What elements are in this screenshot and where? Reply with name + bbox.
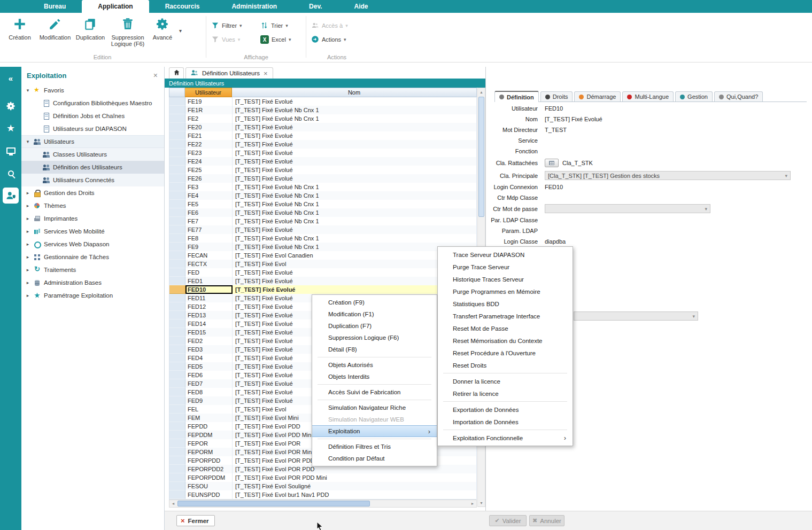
table-row[interactable]: FE23[T_TEST] Fixé Evolué	[169, 149, 477, 157]
table-row[interactable]: FE25[T_TEST] Fixé Evolué	[169, 166, 477, 174]
table-row[interactable]: FE20[T_TEST] Fixé Evolué	[169, 123, 477, 131]
menu-item[interactable]: Objets Autorisés	[312, 359, 437, 371]
table-row[interactable]: FE2[T_TEST] Fixé Evolué Nb Cnx 1	[169, 114, 477, 123]
menu-item[interactable]: Reset Procédure à l'Ouverture	[438, 347, 573, 359]
row-selector-cell[interactable]	[169, 379, 185, 388]
tree-expander-icon[interactable]: ▸	[25, 280, 31, 285]
row-selector-cell[interactable]	[169, 414, 185, 422]
menu-item[interactable]: Reset Droits	[438, 359, 573, 371]
search-icon[interactable]	[3, 165, 19, 181]
table-row[interactable]: FED[T_TEST] Fixé Evolué	[169, 268, 477, 277]
menu-item[interactable]: Exploitation Fonctionnelle›	[438, 432, 573, 444]
tree-expander-icon[interactable]: ▸	[25, 254, 31, 260]
tree-item[interactable]: ▸Services Web Diapason	[21, 238, 164, 251]
table-row[interactable]: FE7[T_TEST] Fixé Evolué Nb Cnx 1	[169, 217, 477, 225]
table-row[interactable]: FE21[T_TEST] Fixé Evolué	[169, 131, 477, 140]
class-picker-button[interactable]	[545, 159, 559, 167]
tree-item[interactable]: ▸Gestion des Droits	[21, 186, 164, 199]
scroll-up-icon[interactable]: ▲	[478, 88, 485, 96]
row-selector-cell[interactable]	[169, 431, 185, 439]
duplication-button[interactable]: Duplication	[73, 14, 108, 41]
menu-item[interactable]: Purge Trace Serveur	[438, 261, 573, 273]
table-row[interactable]: FE6[T_TEST] Fixé Evolué Nb Cnx 1	[169, 208, 477, 217]
column-header-selector[interactable]	[169, 88, 185, 97]
row-selector-cell[interactable]	[169, 140, 185, 149]
row-selector-cell[interactable]	[169, 482, 185, 490]
menu-item[interactable]: Création (F9)	[312, 297, 437, 308]
row-selector-cell[interactable]	[169, 157, 185, 166]
field-dropdown[interactable]: [Cla_T_STK] [T_TEST] Gestion des stocks▾	[545, 171, 791, 180]
actions-caret-icon[interactable]: ▾	[344, 37, 346, 42]
row-selector-cell[interactable]	[169, 311, 185, 319]
menu-item[interactable]: Duplication (F7)	[312, 320, 437, 332]
row-selector-cell[interactable]	[169, 277, 185, 285]
collapse-panel-icon[interactable]: «	[3, 70, 19, 86]
tree-item[interactable]: ▸Services Web Mobilité	[21, 225, 164, 238]
tree-item[interactable]: Classes Utilisateurs	[21, 148, 164, 161]
menu-tab[interactable]: Aide	[338, 0, 384, 13]
row-selector-cell[interactable]	[169, 260, 185, 268]
tree-item[interactable]: ▸Thèmes	[21, 199, 164, 212]
column-header-nom[interactable]: Nom	[232, 88, 477, 97]
menu-item[interactable]: Retirer la licence	[438, 387, 573, 400]
table-row[interactable]: FESOU[T_TEST] Fixé Evol Souligné	[169, 482, 477, 490]
detail-tab[interactable]: Droits	[540, 91, 573, 102]
table-row[interactable]: FEPORPDDM[T_TEST] Fixé Evol POR PDD Mini	[169, 473, 477, 482]
tree-item[interactable]: Utilisateurs Connectés	[21, 174, 164, 186]
table-row[interactable]: FE3[T_TEST] Fixé Evolué Nb Cnx 1	[169, 183, 477, 191]
trier-caret-icon[interactable]: ▾	[285, 23, 288, 28]
row-selector-cell[interactable]	[169, 473, 185, 482]
table-row[interactable]: FED10[T_TEST] Fixé Evolué	[169, 285, 477, 294]
row-selector-cell[interactable]	[169, 465, 185, 473]
tree-expander-icon[interactable]: ▾	[25, 88, 31, 93]
row-selector-cell[interactable]	[169, 388, 185, 396]
row-selector-cell[interactable]	[169, 456, 185, 465]
menu-item[interactable]: Exportation de Données	[438, 403, 573, 416]
menu-tab[interactable]: Dev.	[293, 0, 338, 13]
table-row[interactable]: FE5[T_TEST] Fixé Evolué Nb Cnx 1	[169, 200, 477, 208]
row-selector-cell[interactable]	[169, 285, 185, 294]
row-selector-cell[interactable]	[169, 268, 185, 277]
table-row[interactable]: FECTX[T_TEST] Fixé Evol	[169, 260, 477, 268]
menu-tab[interactable]: Raccourcis	[149, 0, 216, 13]
tree-expander-icon[interactable]: ▸	[25, 293, 31, 298]
table-row[interactable]: FE24[T_TEST] Fixé Evolué	[169, 157, 477, 166]
menu-item[interactable]: Définition Filtres et Tris	[312, 441, 437, 453]
tree-item[interactable]: ▸Gestionnaire de Tâches	[21, 251, 164, 263]
row-selector-cell[interactable]	[169, 448, 185, 456]
row-selector-cell[interactable]	[169, 337, 185, 345]
table-row[interactable]: FED1[T_TEST] Fixé Evolué	[169, 277, 477, 285]
row-selector-cell[interactable]	[169, 217, 185, 225]
table-row[interactable]: FE77[T_TEST] Fixé Evolué	[169, 225, 477, 234]
row-selector-cell[interactable]	[169, 490, 185, 499]
row-selector-cell[interactable]	[169, 405, 185, 414]
tab-close-icon[interactable]: ×	[264, 69, 268, 77]
row-selector-cell[interactable]	[169, 328, 185, 337]
tree-item[interactable]: ▸Imprimantes	[21, 212, 164, 225]
menu-item[interactable]: Reset Mémorisation du Contexte	[438, 334, 573, 347]
actions-button[interactable]: Actions ▾	[310, 33, 365, 46]
tree-expander-icon[interactable]: ▸	[25, 203, 31, 208]
menu-item[interactable]: Détail (F8)	[312, 344, 437, 355]
table-row[interactable]: FE22[T_TEST] Fixé Evolué	[169, 140, 477, 149]
row-selector-cell[interactable]	[169, 208, 185, 217]
menu-tab[interactable]: Bureau	[28, 0, 82, 13]
row-selector-cell[interactable]	[169, 354, 185, 362]
trier-button[interactable]: Trier ▾	[259, 19, 305, 32]
row-selector-cell[interactable]	[169, 106, 185, 114]
tree-item[interactable]: ▾Utilisateurs	[21, 135, 164, 148]
scroll-down-icon[interactable]: ▼	[478, 499, 485, 506]
menu-item[interactable]: Condition par Défaut	[312, 453, 437, 464]
detail-extra-dropdown[interactable]: ▾	[574, 311, 698, 321]
table-row[interactable]: FE8[T_TEST] Fixé Evolué Nb Cnx 1	[169, 234, 477, 243]
tree-item[interactable]: ▸Administration Bases	[21, 276, 164, 289]
table-row[interactable]: FE4[T_TEST] Fixé Evolué Nb Cnx 1	[169, 191, 477, 200]
filtrer-button[interactable]: Filtrer ▾	[210, 19, 259, 32]
menu-item[interactable]: Suppression Logique (F6)	[312, 332, 437, 344]
home-tab[interactable]	[169, 67, 184, 79]
row-selector-cell[interactable]	[169, 97, 185, 106]
row-selector-cell[interactable]	[169, 439, 185, 448]
row-selector-cell[interactable]	[169, 131, 185, 140]
row-selector-cell[interactable]	[169, 422, 185, 431]
scroll-left-icon[interactable]: ◄	[169, 500, 177, 507]
